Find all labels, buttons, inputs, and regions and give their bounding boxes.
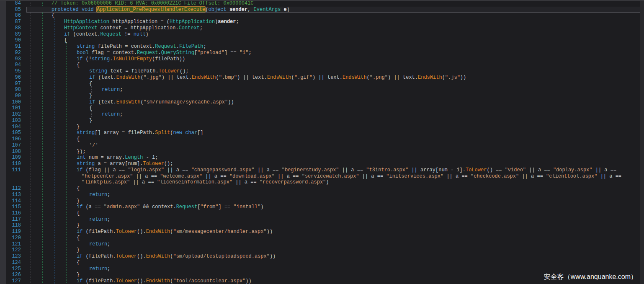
line-number[interactable]: 113	[0, 192, 26, 198]
line-number[interactable]: 85	[0, 7, 26, 13]
line-number[interactable]: 124	[0, 260, 26, 266]
code-line-content[interactable]: return;	[26, 192, 644, 198]
line-number[interactable]: 121	[0, 241, 26, 248]
code-line: 91string filePath = context.Request.File…	[0, 44, 644, 50]
code-line-content[interactable]: return;	[26, 87, 644, 93]
line-number[interactable]: 99	[0, 93, 26, 99]
line-number[interactable]: 114	[0, 198, 26, 204]
line-number[interactable]: 126	[0, 272, 26, 278]
code-line-content[interactable]: string a = array[num].ToLower();	[26, 161, 644, 167]
line-number[interactable]: 116	[0, 210, 26, 217]
code-line-content[interactable]: {	[26, 37, 644, 44]
line-number[interactable]: 95	[0, 68, 26, 75]
line-number[interactable]: 100	[0, 99, 26, 106]
line-number[interactable]: 105	[0, 130, 26, 136]
code-line-content[interactable]: int num = array.Length - 1;	[26, 155, 644, 161]
code-line: 111if (flag || a == "login.aspx" || a ==…	[0, 167, 644, 173]
line-number[interactable]: 103	[0, 118, 26, 124]
code-line-content[interactable]: string filePath = context.Request.FilePa…	[26, 44, 644, 50]
code-line-content[interactable]: {	[26, 105, 644, 111]
code-line-content[interactable]: if (filePath.ToLower().EndsWith("sm/mess…	[26, 229, 644, 235]
code-token: return	[89, 192, 107, 198]
line-number[interactable]: 120	[0, 235, 26, 241]
line-number[interactable]: 123	[0, 253, 26, 260]
line-number[interactable]: 98	[0, 87, 26, 93]
code-line-content[interactable]: HttpContext context = httpApplication.Co…	[26, 25, 644, 31]
code-token: // Token: 0x06000006 RID: 6 RVA: 0x00002…	[52, 0, 253, 6]
code-line-content[interactable]: {	[26, 235, 644, 241]
code-line-content[interactable]: {	[26, 136, 644, 142]
line-number[interactable]: 93	[0, 56, 26, 62]
code-line-content[interactable]: {	[26, 210, 644, 217]
line-number[interactable]: 94	[0, 62, 26, 68]
line-number[interactable]: 109	[0, 155, 26, 161]
highlighted-symbol[interactable]: Application_PreRequestHandlerExecute	[97, 7, 205, 13]
code-line-content[interactable]: '/'	[26, 142, 644, 149]
code-line-content[interactable]: if (context.Request != null)	[26, 31, 644, 38]
code-line-content[interactable]: string text = filePath.ToLower();	[26, 68, 644, 75]
line-number[interactable]: 122	[0, 247, 26, 253]
vertical-scrollbar[interactable]	[640, 0, 644, 284]
line-number[interactable]: 106	[0, 136, 26, 142]
code-line-content[interactable]: }	[26, 247, 644, 253]
line-number[interactable]: 96	[0, 75, 26, 81]
code-token: ] ==	[224, 50, 240, 56]
line-number[interactable]: 110	[0, 161, 26, 167]
line-number[interactable]: 88	[0, 25, 26, 31]
code-line-content[interactable]: {	[26, 260, 644, 266]
code-line-content[interactable]: {	[26, 81, 644, 87]
code-line-content[interactable]: "linktplus.aspx" || a == "licenseinforma…	[26, 179, 644, 186]
code-line-content[interactable]: {	[26, 62, 644, 68]
line-number[interactable]: 91	[0, 44, 26, 50]
code-line-content[interactable]: }	[26, 124, 644, 130]
line-number[interactable]: 97	[0, 81, 26, 87]
line-number[interactable]: 118	[0, 222, 26, 229]
code-line-content[interactable]: if (filePath.ToLower().EndsWith("sm/uplo…	[26, 253, 644, 260]
code-line-content[interactable]: if (!string.IsNullOrEmpty(filePath))	[26, 56, 644, 62]
code-line-content[interactable]: string[] array = filePath.Split(new char…	[26, 130, 644, 136]
code-line-content[interactable]: bool flag = context.Request.QueryString[…	[26, 50, 644, 56]
line-number[interactable]	[0, 179, 26, 186]
line-number[interactable]: 90	[0, 37, 26, 44]
code-line-content[interactable]: {	[26, 186, 644, 192]
line-number[interactable]: 86	[0, 13, 26, 19]
code-line-content[interactable]: }	[26, 198, 644, 204]
code-line-content[interactable]: "helpcenter.aspx" || a == "welcome.aspx"…	[26, 173, 644, 180]
code-line-content[interactable]: if (a == "admin.aspx" && context.Request…	[26, 204, 644, 210]
code-line-content[interactable]: {	[26, 13, 644, 19]
line-number[interactable]: 111	[0, 167, 26, 173]
code-line: 108});	[0, 149, 644, 155]
code-line-content[interactable]: if (flag || a == "login.aspx" || a == "c…	[26, 167, 644, 173]
code-line-content[interactable]: return;	[26, 217, 644, 223]
line-number[interactable]: 115	[0, 204, 26, 210]
code-line-content[interactable]: }	[26, 93, 644, 99]
code-line-content[interactable]: return;	[26, 266, 644, 272]
code-line-content[interactable]: // Token: 0x06000006 RID: 6 RVA: 0x00002…	[26, 0, 644, 7]
code-line-content[interactable]: return;	[26, 111, 644, 118]
code-line-content[interactable]: return;	[26, 241, 644, 248]
code-line: 88HttpContext context = httpApplication.…	[0, 25, 644, 31]
line-number[interactable]: 108	[0, 149, 26, 155]
code-line-content[interactable]: });	[26, 149, 644, 155]
code-line-content[interactable]: protected void Application_PreRequestHan…	[26, 7, 644, 13]
line-number[interactable]: 125	[0, 266, 26, 272]
line-number[interactable]: 92	[0, 50, 26, 56]
line-number[interactable]: 84	[0, 0, 26, 7]
line-number[interactable]: 102	[0, 111, 26, 118]
line-number[interactable]: 119	[0, 229, 26, 235]
code-line-content[interactable]: }	[26, 222, 644, 229]
line-number[interactable]: 104	[0, 124, 26, 130]
line-number[interactable]	[0, 173, 26, 180]
line-number[interactable]: 112	[0, 186, 26, 192]
code-line-content[interactable]: }	[26, 118, 644, 124]
line-number[interactable]: 117	[0, 217, 26, 223]
code-line-content[interactable]: if (text.EndsWith("sm/runmanage/syncache…	[26, 99, 644, 106]
code-line-content[interactable]: if (text.EndsWith(".jpg") || text.EndsWi…	[26, 75, 644, 81]
line-number[interactable]: 87	[0, 19, 26, 25]
line-number[interactable]: 101	[0, 105, 26, 111]
line-number[interactable]: 89	[0, 31, 26, 38]
code-token: return	[89, 241, 107, 247]
line-number[interactable]: 107	[0, 142, 26, 149]
line-number[interactable]: 127	[0, 278, 26, 284]
code-line-content[interactable]: HttpApplication httpApplication = (HttpA…	[26, 19, 644, 25]
